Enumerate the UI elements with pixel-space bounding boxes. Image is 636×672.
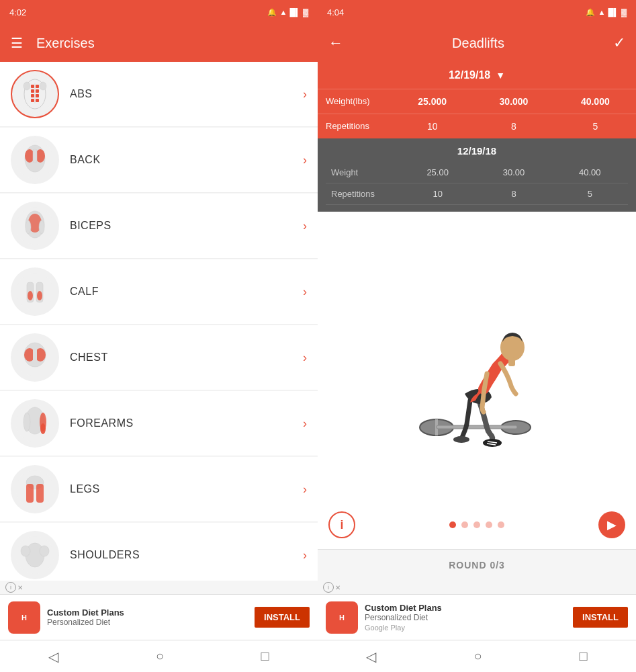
- info-icon: i: [340, 518, 343, 532]
- right-ad-close: ✕: [335, 584, 340, 591]
- right-panel: 4:04 🔔 ▲ █▌ ▓ ← Deadlifts ✓ 12/19/18 ▼ W…: [318, 0, 636, 672]
- weight-val-3: 40.000: [555, 89, 636, 114]
- svg-rect-51: [508, 357, 515, 366]
- round-label: ROUND 0/3: [449, 560, 505, 571]
- right-status-icons: 🔔 ▲ █▌ ▓: [586, 8, 627, 17]
- back-button[interactable]: ←: [328, 34, 343, 52]
- history-weight-2: 30.00: [475, 162, 551, 183]
- left-nav-bar: ◁ ○ □: [0, 640, 318, 672]
- exercise-image-area: i ▶: [318, 212, 636, 549]
- image-controls: i ▶: [318, 511, 636, 538]
- svg-point-35: [24, 413, 30, 431]
- round-section: ROUND 0/3: [318, 549, 636, 581]
- svg-rect-3: [36, 85, 39, 88]
- info-button[interactable]: i: [328, 511, 355, 538]
- right-ad-subtext: Google Play: [365, 624, 566, 632]
- deadlift-svg: [416, 296, 537, 464]
- exercise-item-biceps[interactable]: BICEPS ›: [0, 194, 318, 259]
- svg-point-27: [37, 291, 42, 300]
- exercise-item-chest[interactable]: CHEST ›: [0, 325, 318, 390]
- wifi-icon: ▲: [279, 8, 287, 16]
- back-muscle-icon: [11, 136, 59, 184]
- shoulders-label: SHOULDERS: [70, 549, 303, 561]
- right-info-icon[interactable]: i: [323, 582, 334, 593]
- exercise-item-back[interactable]: BACK ›: [0, 128, 318, 193]
- right-home-nav[interactable]: ○: [460, 643, 495, 669]
- svg-rect-40: [26, 484, 34, 503]
- svg-rect-4: [31, 89, 34, 93]
- battery-icon: ▓: [303, 8, 308, 16]
- dot-indicators: [449, 521, 504, 528]
- reps-label-header: Repetitions: [318, 114, 392, 138]
- svg-point-21: [26, 220, 31, 234]
- left-status-icons: 🔔 ▲ █▌ ▓: [267, 8, 308, 17]
- right-ad-title: Custom Diet Plans: [365, 603, 566, 613]
- confirm-button[interactable]: ✓: [613, 34, 625, 52]
- svg-rect-8: [31, 99, 34, 102]
- left-time: 4:02: [9, 7, 26, 17]
- forearms-muscle-icon: [11, 399, 59, 448]
- right-install-button[interactable]: INSTALL: [573, 607, 628, 628]
- left-home-nav[interactable]: ○: [142, 643, 177, 669]
- hamburger-menu-icon[interactable]: ☰: [11, 35, 23, 51]
- left-ad-title: Custom Diet Plans: [47, 607, 248, 618]
- history-date: 12/19/18: [326, 145, 628, 157]
- forearms-label: FOREARMS: [70, 417, 303, 429]
- date-value: 12/19/18: [449, 69, 490, 81]
- svg-point-44: [21, 546, 30, 556]
- date-selector[interactable]: 12/19/18 ▼: [318, 62, 636, 89]
- left-header-title: Exercises: [36, 36, 95, 51]
- right-back-nav[interactable]: ◁: [353, 643, 390, 670]
- svg-rect-6: [31, 94, 34, 97]
- left-info-icon[interactable]: i: [5, 582, 16, 593]
- history-weight-3: 40.00: [552, 162, 628, 183]
- right-signal-icon: █▌: [608, 8, 619, 16]
- svg-point-37: [40, 423, 46, 434]
- shoulders-muscle-svg: [15, 535, 55, 575]
- calf-muscle-icon: [11, 267, 59, 316]
- left-recents-nav[interactable]: □: [248, 643, 283, 669]
- history-section: 12/19/18 Weight 25.00 30.00 40.00 Repeti…: [318, 138, 636, 212]
- exercise-item-shoulders[interactable]: SHOULDERS ›: [0, 523, 318, 581]
- shoulders-muscle-icon: [11, 531, 59, 579]
- svg-point-11: [24, 82, 30, 90]
- svg-point-53: [453, 436, 469, 443]
- exercise-item-forearms[interactable]: FOREARMS ›: [0, 391, 318, 456]
- left-ad-subtitle: Personalized Diet: [47, 618, 248, 627]
- left-ad-banner: H Custom Diet Plans Personalized Diet IN…: [0, 594, 318, 640]
- back-chevron: ›: [303, 153, 307, 167]
- chest-muscle-icon: [11, 333, 59, 382]
- left-install-button[interactable]: INSTALL: [255, 607, 310, 628]
- back-muscle-svg: [15, 140, 55, 180]
- play-button[interactable]: ▶: [598, 511, 625, 538]
- dot-2: [461, 521, 468, 528]
- mute-icon: 🔔: [267, 8, 277, 17]
- right-ad-subtitle: Personalized Diet: [365, 613, 566, 622]
- left-back-nav[interactable]: ◁: [35, 643, 72, 670]
- signal-icon: █▌: [289, 8, 300, 16]
- right-recents-nav[interactable]: □: [565, 643, 600, 669]
- history-reps-2: 8: [475, 183, 551, 204]
- left-panel: 4:02 🔔 ▲ █▌ ▓ ☰ Exercises: [0, 0, 318, 672]
- exercise-item-legs[interactable]: LEGS ›: [0, 457, 318, 522]
- play-icon: ▶: [607, 517, 617, 532]
- chest-label: CHEST: [70, 351, 303, 364]
- left-ad-section: i ✕ H Custom Diet Plans Personalized Die…: [0, 581, 318, 640]
- reps-header-row: Repetitions 10 8 5: [318, 114, 636, 138]
- svg-rect-49: [437, 425, 517, 429]
- dot-5: [498, 521, 504, 528]
- right-time: 4:04: [327, 7, 344, 17]
- history-reps-3: 5: [552, 183, 628, 204]
- abs-label: ABS: [70, 88, 303, 100]
- dot-3: [473, 521, 480, 528]
- biceps-label: BICEPS: [70, 220, 303, 232]
- svg-rect-5: [36, 89, 39, 93]
- dot-4: [486, 521, 492, 528]
- left-status-bar: 4:02 🔔 ▲ █▌ ▓: [0, 0, 318, 24]
- exercise-item-abs[interactable]: ABS ›: [0, 62, 318, 127]
- right-mute-icon: 🔔: [586, 8, 595, 17]
- exercise-item-calf[interactable]: CALF ›: [0, 259, 318, 325]
- right-wifi-icon: ▲: [598, 8, 605, 16]
- right-nav-bar: ◁ ○ □: [318, 640, 636, 672]
- svg-point-23: [16, 273, 54, 310]
